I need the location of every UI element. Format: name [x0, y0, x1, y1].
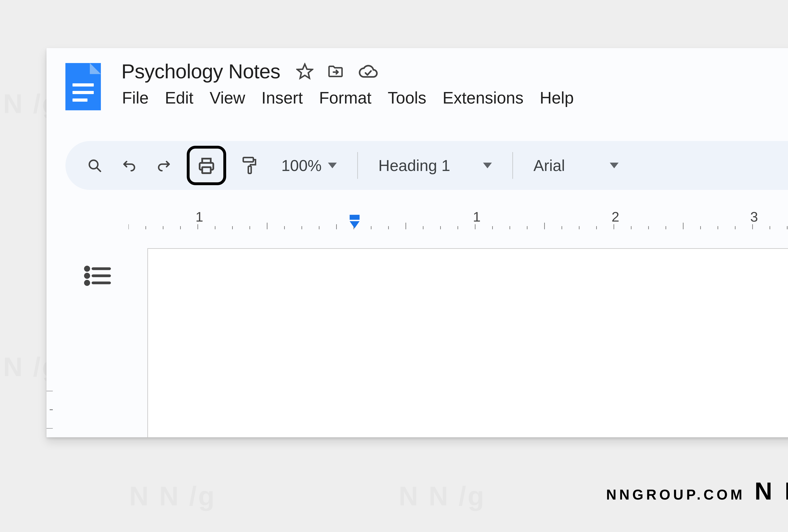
svg-marker-51: [350, 221, 360, 228]
menu-file[interactable]: File: [121, 88, 149, 107]
svg-marker-0: [297, 64, 312, 78]
star-icon[interactable]: [296, 63, 313, 80]
menu-help[interactable]: Help: [539, 88, 574, 107]
document-title[interactable]: Psychology Notes: [121, 60, 280, 83]
title-and-menu-column: Psychology Notes: [121, 60, 574, 107]
menu-format[interactable]: Format: [318, 88, 372, 107]
ruler-ticks: [129, 210, 788, 229]
title-row: Psychology Notes: [121, 60, 574, 83]
ruler-label: 2: [612, 209, 619, 225]
editor-area: [46, 231, 788, 437]
svg-point-53: [85, 274, 89, 277]
paint-format-button[interactable]: [237, 154, 261, 177]
indent-marker[interactable]: [348, 215, 362, 230]
menu-edit[interactable]: Edit: [164, 88, 194, 107]
menu-bar: File Edit View Insert Format Tools Exten…: [121, 88, 574, 107]
menu-extensions[interactable]: Extensions: [442, 88, 524, 107]
app-window: Psychology Notes: [46, 48, 788, 437]
vertical-ruler-tab[interactable]: [46, 391, 53, 429]
caret-down-icon: [483, 163, 492, 168]
watermark-text: N N /g: [399, 480, 486, 512]
document-page[interactable]: [147, 248, 788, 437]
svg-point-54: [85, 281, 89, 284]
toolbar: 100% Heading 1 Arial: [65, 141, 788, 190]
svg-rect-4: [202, 167, 211, 173]
search-button[interactable]: [83, 154, 106, 177]
docs-app-icon-lines: [73, 83, 94, 102]
ruler-label: 1: [473, 209, 481, 225]
attribution-logo-nn: N N: [754, 477, 788, 505]
watermark-text: N N /g: [129, 480, 216, 512]
toolbar-separator: [512, 152, 513, 179]
cloud-saved-icon[interactable]: [358, 63, 378, 80]
menu-tools[interactable]: Tools: [387, 88, 427, 107]
docs-app-icon[interactable]: [65, 63, 101, 110]
svg-point-52: [85, 267, 89, 271]
print-button[interactable]: [187, 146, 226, 185]
attribution-url: NNGROUP.COM: [606, 487, 745, 503]
redo-button[interactable]: [152, 154, 176, 177]
ruler-label: 1: [196, 209, 203, 225]
menu-view[interactable]: View: [209, 88, 246, 107]
attribution: NNGROUP.COM N N/g: [606, 477, 788, 505]
attribution-logo: N N/g: [754, 477, 788, 505]
header: Psychology Notes: [65, 61, 788, 102]
svg-line-2: [97, 168, 101, 172]
zoom-dropdown[interactable]: 100%: [277, 156, 341, 175]
toolbar-separator: [357, 152, 358, 179]
document-outline-button[interactable]: [83, 264, 113, 288]
font-dropdown[interactable]: Arial: [529, 156, 623, 175]
document-status-icons: [296, 63, 378, 80]
paragraph-style-dropdown[interactable]: Heading 1: [374, 156, 497, 175]
svg-rect-6: [248, 166, 251, 174]
paragraph-style-value: Heading 1: [378, 156, 450, 175]
caret-down-icon: [610, 163, 618, 168]
move-folder-icon[interactable]: [326, 63, 345, 80]
svg-rect-50: [350, 215, 360, 220]
caret-down-icon: [328, 163, 337, 168]
ruler-label: 3: [750, 209, 758, 225]
svg-rect-5: [243, 158, 253, 162]
font-value: Arial: [533, 156, 565, 175]
menu-insert[interactable]: Insert: [261, 88, 303, 107]
zoom-value: 100%: [281, 156, 322, 175]
undo-button[interactable]: [117, 154, 141, 177]
ruler[interactable]: 1 1 2 3: [129, 210, 788, 229]
